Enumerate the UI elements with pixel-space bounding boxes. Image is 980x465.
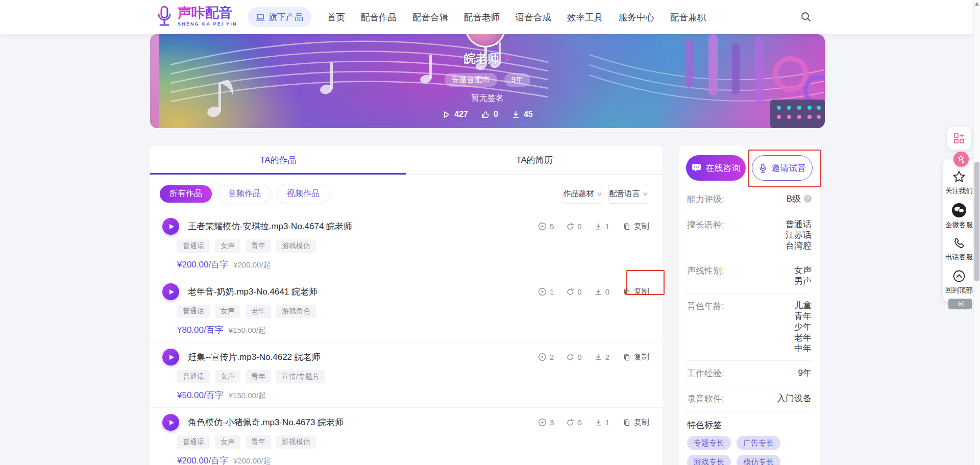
collapse-icon [956,301,964,307]
filter-audio-works[interactable]: 音频作品 [218,185,271,203]
search-icon[interactable] [800,11,812,22]
price-minimum: ¥200.00/起 [233,260,271,270]
work-share-count: 0 [566,222,581,231]
nav-products-button[interactable]: 旗下产品 [248,7,311,27]
work-play-count-value: 2 [550,353,554,361]
nav-item-7[interactable]: 服务中心 [619,11,654,23]
scrollbar-up-arrow[interactable] [975,2,979,6]
copy-button[interactable]: 复制 [623,222,649,231]
copy-button[interactable]: 复制 [623,287,649,297]
nav-item-6[interactable]: 效率工具 [567,11,603,23]
info-field-value: 中年 [794,343,812,354]
info-field-values: 儿童青年少年老年中年 [724,300,812,354]
work-download-count: 0 [594,287,609,296]
mic-logo-icon [155,5,174,28]
phone-service-item[interactable]: 电话客服 [945,237,973,262]
info-field-values: 女声男声 [724,265,812,286]
language-dropdown-label: 配音语言 [609,189,640,199]
play-button[interactable] [162,218,179,235]
work-price: ¥50.00/百字¥150.00/起 [177,389,649,401]
like-count[interactable]: 0 [481,110,498,119]
follow-us-label: 关注我们 [945,186,973,195]
info-field-label: 音色年龄: [687,300,724,354]
work-tag: 宣传/专题片 [276,370,325,383]
top-navigation: 声咔配音 SHENG KA PEI YIN 旗下产品 首页配音作品配音合辑配音老… [0,0,980,34]
info-field-value: B级? [787,193,812,204]
info-field-value: 青年 [794,311,812,322]
back-to-top-icon [952,270,966,283]
profile-signature: 暂无签名 [471,93,504,104]
work-tag: 女声 [215,435,240,449]
play-button[interactable] [162,349,179,365]
nav-item-3[interactable]: 配音合辑 [412,11,448,23]
feature-tag[interactable]: 模仿专长 [737,455,780,465]
invite-audition-button[interactable]: 邀请试音 [752,155,813,181]
work-play-count-value: 5 [550,222,554,231]
wechat-service-item[interactable]: 企微客服 [945,203,973,230]
work-download-count: 2 [594,353,609,361]
play-button[interactable] [162,414,179,431]
profile-name: 皖老师 [464,51,499,66]
nav-item-2[interactable]: 配音作品 [361,11,397,23]
nav-item-1[interactable]: 首页 [327,11,345,23]
nav-item-5[interactable]: 语音合成 [516,11,551,23]
genre-dropdown[interactable]: 作品题材 ∨ [562,184,602,204]
follow-us-item[interactable]: 关注我们 [945,170,973,195]
work-title: 赶集--宣传片.mp3-No.4622 皖老师 [188,351,321,363]
filter-video-works[interactable]: 视频作品 [277,185,329,203]
tab-resume[interactable]: TA的简历 [406,145,663,174]
copy-button[interactable]: 复制 [623,352,649,362]
wechat-icon [952,203,966,217]
genre-dropdown-label: 作品题材 [564,189,594,199]
collapse-toolbar-tab[interactable] [948,299,972,309]
work-tag: 普通话 [177,370,210,383]
language-dropdown[interactable]: 配音语言 ∨ [608,184,648,204]
app-logo[interactable]: 声咔配音 SHENG KA PEI YIN [155,5,237,28]
back-to-top-item[interactable]: 回到顶部 [945,270,973,295]
feature-tag[interactable]: 游戏专长 [687,455,731,465]
nav-item-4[interactable]: 配音老师 [464,11,500,23]
work-tag: 青年 [246,239,271,253]
chat-icon [692,163,701,173]
chevron-down-icon: ∨ [596,190,602,198]
tab-works[interactable]: TA的作品 [150,145,406,174]
download-count-icon [594,419,602,427]
online-consult-button[interactable]: 在线咨询 [686,155,746,181]
work-stats: 100复制 [531,287,649,297]
translate-badge-icon[interactable]: A [953,152,969,167]
share-count-icon [566,353,574,361]
play-button[interactable] [162,283,179,300]
work-play-count: 1 [538,287,554,296]
info-field-value: 儿童 [794,300,812,311]
share-count-icon [566,419,574,427]
nav-item-8[interactable]: 配音兼职 [670,11,706,23]
work-tag: 游戏角色 [276,305,316,318]
work-tags: 普通话女声青年影视模仿 [177,435,649,449]
page-scrollbar[interactable] [973,0,980,465]
info-field-value: 少年 [794,322,812,332]
work-download-count: 1 [594,418,609,427]
info-field-value: 老年 [794,332,812,343]
info-field-2: 擅长语种:普通话江苏话台湾腔 [686,212,813,258]
play-count-icon [538,222,547,231]
work-tag: 青年 [246,435,271,449]
back-to-top-label: 回到顶部 [945,286,973,295]
copy-label: 复制 [634,352,649,362]
feature-tag[interactable]: 专题专长 [687,436,731,450]
work-download-count-value: 0 [605,287,609,296]
copy-button[interactable]: 复制 [623,418,649,427]
info-icon[interactable]: ? [804,195,812,203]
floating-side-toolbar: 关注我们 企微客服 电话客服 回到顶部 [943,159,975,302]
info-field-label: 工作经验: [687,368,724,379]
work-play-count: 2 [538,353,554,361]
filter-all-works[interactable]: 所有作品 [160,185,212,203]
qr-code-button[interactable] [947,127,971,150]
info-field-value: 女声 [794,265,812,276]
download-icon [511,110,520,119]
work-tag: 青年 [246,370,271,383]
copy-label: 复制 [634,418,649,427]
info-field-value: 普通话 [786,219,812,230]
scrollbar-thumb[interactable] [974,162,979,281]
feature-tag[interactable]: 广告专长 [737,436,780,450]
info-field-5: 工作经验:9年 [686,361,813,386]
